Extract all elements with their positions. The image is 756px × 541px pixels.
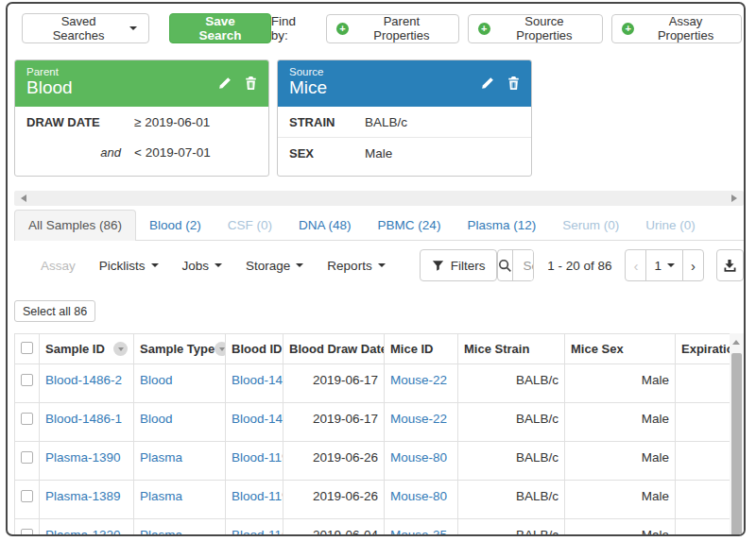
row-checkbox[interactable] (21, 413, 33, 425)
table-row: Plasma-1389 Plasma Blood-1195 2019-06-26… (15, 481, 730, 519)
menu-reports-label: Reports (327, 259, 371, 273)
magnifier-glyph (498, 259, 512, 273)
selection-bar: Select all 86 (14, 300, 744, 322)
edit-pencil-icon[interactable] (481, 76, 494, 90)
tab-serum: Serum (0) (549, 211, 632, 240)
blood-id-link[interactable]: Blood-1486 (232, 373, 284, 387)
mice-id-link[interactable]: Mouse-80 (390, 450, 447, 465)
filter-funnel-icon (432, 260, 444, 272)
scroll-up-arrow-icon[interactable] (732, 340, 740, 345)
menu-picklists[interactable]: Picklists (99, 259, 159, 273)
blood-id-link[interactable]: Blood-1160 (232, 528, 284, 536)
top-bar: Saved Searches Save Search Find by: + Pa… (14, 13, 744, 43)
blood-id-link[interactable]: Blood-1486 (232, 412, 284, 426)
sample-id-link[interactable]: Blood-1486-2 (45, 373, 122, 387)
pagination-group: ‹ 1 › (625, 249, 704, 281)
source-card-header: Source Mice (278, 60, 531, 107)
sample-id-link[interactable]: Plasma-1389 (45, 489, 121, 503)
current-page-button[interactable]: 1 (645, 249, 683, 281)
filter-row: and < 2019-07-01 (15, 137, 268, 167)
sample-type-link[interactable]: Plasma (140, 450, 182, 465)
tab-plasma[interactable]: Plasma (12) (454, 211, 549, 240)
tab-csf: CSF (0) (215, 211, 285, 240)
mice-id-link[interactable]: Mouse-80 (390, 489, 447, 503)
sample-id-link[interactable]: Plasma-1390 (45, 450, 121, 465)
table-row: Blood-1486-2 Blood Blood-1486 2019-06-17… (15, 364, 730, 403)
filter-row: DRAW DATE ≥ 2019-06-01 (15, 107, 268, 137)
sample-type-link[interactable]: Blood (140, 373, 173, 387)
edit-pencil-icon[interactable] (218, 76, 232, 90)
menu-storage[interactable]: Storage (246, 259, 303, 273)
search-icon[interactable] (498, 250, 513, 280)
sample-id-link[interactable]: Blood-1486-1 (45, 412, 122, 426)
delete-trash-icon[interactable] (245, 76, 257, 90)
col-mice-sex: Mice Sex (565, 334, 676, 364)
mice-strain-cell: BALB/c (458, 364, 565, 403)
blood-id-link[interactable]: Blood-1195 (232, 450, 284, 465)
menu-assay: Assay (41, 259, 76, 273)
menu-jobs[interactable]: Jobs (182, 259, 223, 273)
table-row: Plasma-1390 Plasma Blood-1195 2019-06-26… (15, 442, 730, 481)
row-checkbox[interactable] (21, 490, 33, 502)
tab-dna[interactable]: DNA (48) (285, 211, 365, 240)
plus-circle-icon: + (622, 23, 634, 35)
current-page-label: 1 (654, 259, 662, 273)
tab-blood[interactable]: Blood (2) (136, 211, 215, 240)
search-input[interactable] (513, 250, 534, 280)
sample-type-link[interactable]: Blood (140, 412, 173, 426)
filter-cards: Parent Blood DRAW DATE ≥ 2019-06-01 and … (14, 59, 744, 177)
blood-draw-date-cell: 2019-06-17 (284, 403, 385, 442)
column-menu-icon[interactable] (113, 342, 128, 356)
select-all-checkbox[interactable] (21, 342, 33, 354)
parent-properties-button[interactable]: + Parent Properties (326, 14, 459, 43)
next-page-button[interactable]: › (682, 249, 704, 281)
horizontal-scrollbar[interactable] (14, 191, 744, 206)
sample-type-link[interactable]: Plasma (140, 528, 182, 536)
menu-assay-label: Assay (41, 259, 76, 273)
export-download-button[interactable] (716, 249, 744, 281)
sample-type-link[interactable]: Plasma (140, 489, 182, 503)
chevron-down-icon (215, 263, 222, 267)
select-all-button[interactable]: Select all 86 (14, 300, 95, 322)
expiration-cell (676, 481, 730, 519)
mice-id-link[interactable]: Mouse-22 (390, 373, 447, 387)
search-group (497, 249, 534, 281)
source-properties-button[interactable]: + Source Properties (468, 14, 603, 43)
vertical-scrollbar[interactable] (730, 333, 744, 536)
mice-id-link[interactable]: Mouse-35 (390, 528, 447, 536)
saved-searches-button[interactable]: Saved Searches (22, 13, 149, 43)
find-by-group: Find by: + Parent Properties + Source Pr… (271, 14, 742, 43)
tab-urine: Urine (0) (632, 211, 709, 240)
mice-sex-cell: Male (565, 519, 676, 537)
expiration-cell (676, 442, 730, 481)
assay-properties-button[interactable]: + Assay Properties (611, 14, 742, 43)
menu-jobs-label: Jobs (182, 259, 210, 273)
blood-id-link[interactable]: Blood-1195 (232, 489, 284, 503)
scroll-right-arrow-icon[interactable] (731, 194, 737, 202)
scroll-left-arrow-icon[interactable] (21, 194, 26, 202)
chevron-down-icon (667, 263, 675, 267)
grid-toolbar: Assay Picklists Jobs Storage Reports Fil… (14, 249, 744, 281)
sample-id-link[interactable]: Plasma-1320 (45, 528, 121, 536)
save-search-button[interactable]: Save Search (169, 13, 270, 43)
row-checkbox[interactable] (21, 451, 33, 464)
mice-id-link[interactable]: Mouse-22 (390, 412, 447, 426)
filter-value: BALB/c (365, 115, 407, 129)
prev-page-button[interactable]: ‹ (625, 249, 646, 281)
mice-strain-cell: BALB/c (458, 519, 565, 537)
filter-value: Male (365, 146, 392, 161)
tab-pbmc[interactable]: PBMC (24) (365, 211, 455, 240)
menu-reports[interactable]: Reports (327, 259, 385, 273)
row-checkbox[interactable] (21, 529, 33, 536)
scrollbar-thumb[interactable] (731, 353, 742, 536)
filter-row: SEX Male (278, 137, 531, 168)
source-filter-card: Source Mice STRAIN BALB/c SEX Male (277, 59, 532, 177)
row-checkbox[interactable] (21, 374, 33, 386)
tab-all-samples[interactable]: All Samples (86) (14, 210, 136, 241)
filter-value: < 2019-07-01 (134, 145, 211, 160)
filters-button[interactable]: Filters (420, 249, 498, 281)
col-sample-type: Sample Type (134, 334, 226, 364)
delete-trash-icon[interactable] (507, 76, 520, 90)
column-menu-icon[interactable] (215, 342, 225, 356)
samples-table: Sample ID Sample Type Blood ID Blood Dra… (14, 333, 730, 536)
